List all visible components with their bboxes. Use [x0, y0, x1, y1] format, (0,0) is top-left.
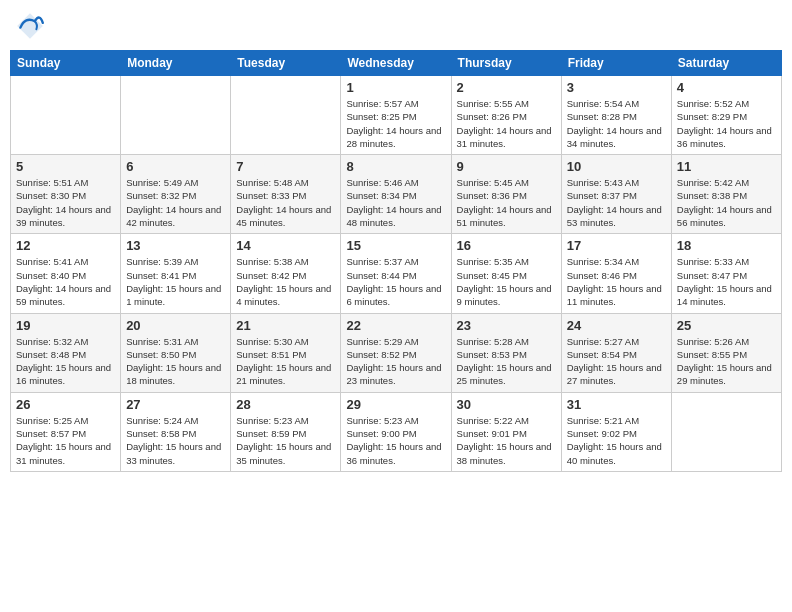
day-info: Sunrise: 5:26 AM Sunset: 8:55 PM Dayligh…: [677, 335, 776, 388]
day-number: 21: [236, 318, 335, 333]
day-number: 31: [567, 397, 666, 412]
calendar-week-row: 1Sunrise: 5:57 AM Sunset: 8:25 PM Daylig…: [11, 76, 782, 155]
day-number: 10: [567, 159, 666, 174]
day-info: Sunrise: 5:42 AM Sunset: 8:38 PM Dayligh…: [677, 176, 776, 229]
day-number: 16: [457, 238, 556, 253]
calendar-day-cell: [671, 392, 781, 471]
calendar-day-cell: 11Sunrise: 5:42 AM Sunset: 8:38 PM Dayli…: [671, 155, 781, 234]
day-number: 9: [457, 159, 556, 174]
calendar-day-cell: 14Sunrise: 5:38 AM Sunset: 8:42 PM Dayli…: [231, 234, 341, 313]
calendar-day-cell: 10Sunrise: 5:43 AM Sunset: 8:37 PM Dayli…: [561, 155, 671, 234]
calendar-day-cell: 20Sunrise: 5:31 AM Sunset: 8:50 PM Dayli…: [121, 313, 231, 392]
day-number: 6: [126, 159, 225, 174]
day-info: Sunrise: 5:21 AM Sunset: 9:02 PM Dayligh…: [567, 414, 666, 467]
calendar-day-cell: 18Sunrise: 5:33 AM Sunset: 8:47 PM Dayli…: [671, 234, 781, 313]
day-number: 5: [16, 159, 115, 174]
calendar-day-cell: 6Sunrise: 5:49 AM Sunset: 8:32 PM Daylig…: [121, 155, 231, 234]
logo-icon: [14, 10, 46, 42]
day-number: 1: [346, 80, 445, 95]
day-info: Sunrise: 5:54 AM Sunset: 8:28 PM Dayligh…: [567, 97, 666, 150]
calendar-table: SundayMondayTuesdayWednesdayThursdayFrid…: [10, 50, 782, 472]
calendar-day-cell: 25Sunrise: 5:26 AM Sunset: 8:55 PM Dayli…: [671, 313, 781, 392]
day-info: Sunrise: 5:46 AM Sunset: 8:34 PM Dayligh…: [346, 176, 445, 229]
day-number: 2: [457, 80, 556, 95]
day-number: 19: [16, 318, 115, 333]
calendar-day-cell: 26Sunrise: 5:25 AM Sunset: 8:57 PM Dayli…: [11, 392, 121, 471]
day-info: Sunrise: 5:24 AM Sunset: 8:58 PM Dayligh…: [126, 414, 225, 467]
day-info: Sunrise: 5:31 AM Sunset: 8:50 PM Dayligh…: [126, 335, 225, 388]
day-info: Sunrise: 5:43 AM Sunset: 8:37 PM Dayligh…: [567, 176, 666, 229]
day-number: 15: [346, 238, 445, 253]
day-info: Sunrise: 5:38 AM Sunset: 8:42 PM Dayligh…: [236, 255, 335, 308]
day-of-week-header: Friday: [561, 51, 671, 76]
calendar-week-row: 19Sunrise: 5:32 AM Sunset: 8:48 PM Dayli…: [11, 313, 782, 392]
calendar-day-cell: 5Sunrise: 5:51 AM Sunset: 8:30 PM Daylig…: [11, 155, 121, 234]
calendar-day-cell: 28Sunrise: 5:23 AM Sunset: 8:59 PM Dayli…: [231, 392, 341, 471]
day-number: 12: [16, 238, 115, 253]
day-info: Sunrise: 5:52 AM Sunset: 8:29 PM Dayligh…: [677, 97, 776, 150]
calendar-week-row: 12Sunrise: 5:41 AM Sunset: 8:40 PM Dayli…: [11, 234, 782, 313]
day-number: 14: [236, 238, 335, 253]
day-info: Sunrise: 5:33 AM Sunset: 8:47 PM Dayligh…: [677, 255, 776, 308]
calendar-day-cell: 1Sunrise: 5:57 AM Sunset: 8:25 PM Daylig…: [341, 76, 451, 155]
day-info: Sunrise: 5:27 AM Sunset: 8:54 PM Dayligh…: [567, 335, 666, 388]
day-info: Sunrise: 5:29 AM Sunset: 8:52 PM Dayligh…: [346, 335, 445, 388]
day-info: Sunrise: 5:23 AM Sunset: 8:59 PM Dayligh…: [236, 414, 335, 467]
day-number: 30: [457, 397, 556, 412]
day-of-week-header: Monday: [121, 51, 231, 76]
calendar-day-cell: 3Sunrise: 5:54 AM Sunset: 8:28 PM Daylig…: [561, 76, 671, 155]
day-of-week-header: Saturday: [671, 51, 781, 76]
calendar-day-cell: 23Sunrise: 5:28 AM Sunset: 8:53 PM Dayli…: [451, 313, 561, 392]
day-number: 23: [457, 318, 556, 333]
day-number: 4: [677, 80, 776, 95]
day-info: Sunrise: 5:39 AM Sunset: 8:41 PM Dayligh…: [126, 255, 225, 308]
calendar-day-cell: 9Sunrise: 5:45 AM Sunset: 8:36 PM Daylig…: [451, 155, 561, 234]
day-number: 8: [346, 159, 445, 174]
calendar-day-cell: 24Sunrise: 5:27 AM Sunset: 8:54 PM Dayli…: [561, 313, 671, 392]
day-number: 24: [567, 318, 666, 333]
day-info: Sunrise: 5:28 AM Sunset: 8:53 PM Dayligh…: [457, 335, 556, 388]
calendar-day-cell: 21Sunrise: 5:30 AM Sunset: 8:51 PM Dayli…: [231, 313, 341, 392]
calendar-day-cell: 31Sunrise: 5:21 AM Sunset: 9:02 PM Dayli…: [561, 392, 671, 471]
day-number: 27: [126, 397, 225, 412]
page-header: [10, 10, 782, 42]
day-info: Sunrise: 5:45 AM Sunset: 8:36 PM Dayligh…: [457, 176, 556, 229]
calendar-day-cell: 22Sunrise: 5:29 AM Sunset: 8:52 PM Dayli…: [341, 313, 451, 392]
calendar-day-cell: 2Sunrise: 5:55 AM Sunset: 8:26 PM Daylig…: [451, 76, 561, 155]
day-info: Sunrise: 5:48 AM Sunset: 8:33 PM Dayligh…: [236, 176, 335, 229]
calendar-week-row: 5Sunrise: 5:51 AM Sunset: 8:30 PM Daylig…: [11, 155, 782, 234]
calendar-week-row: 26Sunrise: 5:25 AM Sunset: 8:57 PM Dayli…: [11, 392, 782, 471]
day-info: Sunrise: 5:37 AM Sunset: 8:44 PM Dayligh…: [346, 255, 445, 308]
calendar-day-cell: [231, 76, 341, 155]
day-number: 13: [126, 238, 225, 253]
calendar-day-cell: 29Sunrise: 5:23 AM Sunset: 9:00 PM Dayli…: [341, 392, 451, 471]
day-info: Sunrise: 5:51 AM Sunset: 8:30 PM Dayligh…: [16, 176, 115, 229]
calendar-day-cell: 30Sunrise: 5:22 AM Sunset: 9:01 PM Dayli…: [451, 392, 561, 471]
day-info: Sunrise: 5:25 AM Sunset: 8:57 PM Dayligh…: [16, 414, 115, 467]
calendar-day-cell: 13Sunrise: 5:39 AM Sunset: 8:41 PM Dayli…: [121, 234, 231, 313]
day-number: 18: [677, 238, 776, 253]
day-of-week-header: Wednesday: [341, 51, 451, 76]
day-number: 17: [567, 238, 666, 253]
calendar-day-cell: 12Sunrise: 5:41 AM Sunset: 8:40 PM Dayli…: [11, 234, 121, 313]
day-number: 29: [346, 397, 445, 412]
day-of-week-header: Thursday: [451, 51, 561, 76]
calendar-day-cell: 4Sunrise: 5:52 AM Sunset: 8:29 PM Daylig…: [671, 76, 781, 155]
day-number: 20: [126, 318, 225, 333]
day-info: Sunrise: 5:30 AM Sunset: 8:51 PM Dayligh…: [236, 335, 335, 388]
day-info: Sunrise: 5:34 AM Sunset: 8:46 PM Dayligh…: [567, 255, 666, 308]
day-number: 3: [567, 80, 666, 95]
day-number: 22: [346, 318, 445, 333]
calendar-day-cell: [121, 76, 231, 155]
logo: [14, 10, 50, 42]
day-info: Sunrise: 5:57 AM Sunset: 8:25 PM Dayligh…: [346, 97, 445, 150]
day-number: 7: [236, 159, 335, 174]
day-of-week-header: Tuesday: [231, 51, 341, 76]
calendar-day-cell: 27Sunrise: 5:24 AM Sunset: 8:58 PM Dayli…: [121, 392, 231, 471]
calendar-header-row: SundayMondayTuesdayWednesdayThursdayFrid…: [11, 51, 782, 76]
calendar-day-cell: 16Sunrise: 5:35 AM Sunset: 8:45 PM Dayli…: [451, 234, 561, 313]
day-number: 25: [677, 318, 776, 333]
calendar-day-cell: 17Sunrise: 5:34 AM Sunset: 8:46 PM Dayli…: [561, 234, 671, 313]
day-number: 11: [677, 159, 776, 174]
calendar-day-cell: 8Sunrise: 5:46 AM Sunset: 8:34 PM Daylig…: [341, 155, 451, 234]
